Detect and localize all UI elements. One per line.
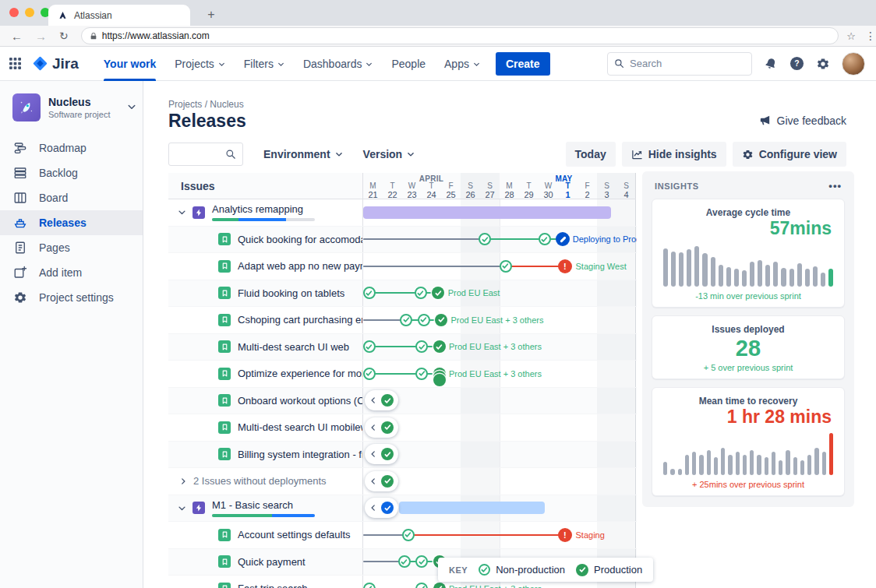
address-bar[interactable]: https://www.atlassian.com: [81, 27, 839, 44]
deployment-nonprod-icon[interactable]: [415, 583, 428, 588]
issue-cell[interactable]: Cshoping cart purchasing error - quick: [168, 307, 363, 333]
breadcrumb[interactable]: Projects / Nucleus: [168, 99, 244, 110]
issue-cell[interactable]: Optimize experience for mobile web: [168, 361, 363, 387]
version-filter[interactable]: Version: [363, 148, 415, 160]
deployment-nonprod-icon[interactable]: [363, 287, 376, 299]
chevron-down-icon[interactable]: [127, 100, 136, 114]
issue-cell[interactable]: Adapt web app no new payments provi: [168, 253, 363, 280]
deployment-nonprod-icon[interactable]: [400, 314, 412, 326]
sidebar-item-releases[interactable]: Releases: [0, 210, 143, 235]
jira-logo[interactable]: Jira: [32, 55, 79, 72]
settings-gear-icon[interactable]: [816, 57, 830, 71]
bookmark-star-icon[interactable]: ☆: [846, 30, 856, 42]
reload-icon[interactable]: ↻: [59, 30, 69, 42]
help-icon[interactable]: ?: [789, 56, 804, 71]
group-row[interactable]: 2 Issues without deployments: [168, 468, 637, 495]
version-bar[interactable]: [399, 502, 544, 514]
deployment-production-icon[interactable]: [432, 287, 444, 299]
today-button[interactable]: Today: [566, 142, 616, 167]
issue-cell[interactable]: Account settings defaults: [168, 522, 363, 548]
issue-row[interactable]: Account settings defaults!Staging: [168, 522, 637, 549]
nav-item-dashboards[interactable]: Dashboards: [295, 47, 381, 81]
deployment-nonprod-icon[interactable]: [539, 233, 551, 245]
issue-row[interactable]: Adapt web app no new payments provi!Stag…: [168, 253, 637, 280]
epic-row[interactable]: Analytics remapping: [168, 199, 637, 227]
issue-row[interactable]: Fluid booking on tabletsProd EU East: [168, 280, 637, 308]
deployment-warning-icon[interactable]: !: [558, 259, 572, 273]
collapsed-deployments-pill[interactable]: [365, 390, 398, 410]
deployment-production-icon[interactable]: [433, 583, 446, 588]
nav-item-apps[interactable]: Apps: [436, 47, 488, 81]
deployment-nonprod-icon[interactable]: [415, 368, 428, 380]
issue-cell[interactable]: Onboard workout options (OWO): [168, 388, 363, 414]
deployment-nonprod-icon[interactable]: [363, 583, 376, 588]
deployment-production-icon[interactable]: [435, 314, 447, 326]
issue-row[interactable]: Billing system integration - frontend: [168, 442, 637, 469]
chevron-right-icon[interactable]: [179, 477, 187, 485]
epic-row[interactable]: M1 - Basic search: [168, 495, 637, 523]
issue-cell[interactable]: Analytics remapping: [168, 199, 363, 226]
chevron-down-icon[interactable]: [178, 504, 186, 512]
issue-row[interactable]: Optimize experience for mobile webProd E…: [168, 361, 637, 388]
sidebar-item-pages[interactable]: Pages: [0, 235, 143, 260]
deployment-nonprod-icon[interactable]: [500, 260, 512, 273]
deploying-icon[interactable]: [556, 232, 570, 246]
global-search-input[interactable]: [630, 58, 731, 69]
browser-menu-icon[interactable]: ⋮: [865, 30, 876, 42]
deployment-nonprod-icon[interactable]: [415, 340, 428, 353]
issue-cell[interactable]: 2 Issues without deployments: [168, 468, 363, 495]
deployment-warning-icon[interactable]: !: [558, 528, 572, 542]
deployment-production-icon[interactable]: [433, 340, 446, 353]
collapsed-deployments-pill[interactable]: [365, 417, 398, 438]
new-tab-button[interactable]: +: [201, 5, 221, 25]
notifications-bell-icon[interactable]: [764, 57, 778, 71]
chevron-down-icon[interactable]: [178, 208, 186, 217]
deployment-nonprod-icon[interactable]: [415, 287, 427, 299]
deployment-nonprod-icon[interactable]: [363, 340, 376, 353]
sidebar-item-board[interactable]: Board: [0, 185, 143, 210]
global-search[interactable]: [607, 52, 752, 76]
environment-filter[interactable]: Environment: [263, 148, 343, 160]
sidebar-item-project-settings[interactable]: Project settings: [0, 285, 143, 310]
deployment-nonprod-icon[interactable]: [415, 555, 428, 568]
back-icon[interactable]: ←: [11, 30, 23, 43]
issue-cell[interactable]: Fast trip search: [168, 576, 363, 588]
issue-cell[interactable]: Billing system integration - frontend: [168, 442, 363, 468]
issue-row[interactable]: Multi-dest search UI webProd EU East + 3…: [168, 334, 637, 361]
issue-row[interactable]: Multi-dest search UI mobileweb: [168, 414, 637, 442]
project-switcher[interactable]: Nucleus Software project: [0, 81, 143, 132]
create-button[interactable]: Create: [496, 52, 550, 76]
sidebar-item-roadmap[interactable]: Roadmap: [0, 136, 143, 160]
window-controls[interactable]: [9, 8, 50, 17]
nav-item-filters[interactable]: Filters: [236, 47, 292, 81]
deployment-nonprod-icon[interactable]: [479, 233, 491, 245]
epic-duration-bar[interactable]: [363, 206, 611, 219]
issue-row[interactable]: Cshoping cart purchasing error - quickPr…: [168, 307, 637, 334]
sidebar-item-backlog[interactable]: Backlog: [0, 160, 143, 185]
issue-cell[interactable]: Multi-dest search UI web: [168, 334, 363, 361]
give-feedback-button[interactable]: Give feedback: [758, 114, 847, 127]
deployment-nonprod-icon[interactable]: [363, 368, 376, 380]
nav-item-projects[interactable]: Projects: [167, 47, 233, 81]
close-window-button[interactable]: [9, 8, 19, 17]
collapsed-deployments-pill[interactable]: [365, 471, 398, 491]
issue-cell[interactable]: Quick booking for accomodations: [168, 227, 363, 253]
browser-tab[interactable]: Atlassian: [48, 5, 190, 26]
deployment-nonprod-icon[interactable]: [418, 314, 430, 326]
minimize-window-button[interactable]: [25, 8, 34, 17]
issue-cell[interactable]: Quick payment: [168, 549, 363, 576]
user-avatar[interactable]: [842, 52, 865, 76]
collapsed-deployments-pill[interactable]: [365, 498, 398, 518]
issue-cell[interactable]: M1 - Basic search: [168, 495, 363, 522]
nav-item-people[interactable]: People: [383, 47, 433, 81]
collapsed-deployments-pill[interactable]: [365, 444, 398, 464]
issue-row[interactable]: Onboard workout options (OWO): [168, 388, 637, 415]
app-switcher-icon[interactable]: [9, 58, 21, 69]
timeline-search[interactable]: [168, 143, 243, 166]
timeline-search-input[interactable]: [178, 149, 225, 160]
insights-menu-icon[interactable]: •••: [828, 180, 842, 192]
issue-row[interactable]: Quick booking for accomodationsDeploying…: [168, 227, 637, 254]
configure-view-button[interactable]: Configure view: [733, 142, 846, 167]
issue-cell[interactable]: Fluid booking on tablets: [168, 280, 363, 307]
forward-icon[interactable]: →: [35, 30, 47, 43]
